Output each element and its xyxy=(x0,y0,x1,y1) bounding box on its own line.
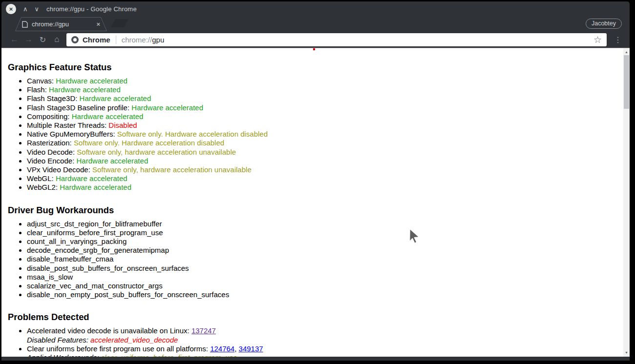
problems-detected-list: Accelerated video decode is unavailable … xyxy=(8,326,615,357)
note-label: Disabled Features: xyxy=(27,336,88,344)
browser-window: × ∧ ∨ chrome://gpu - Google Chrome chrom… xyxy=(1,1,630,361)
feature-label: Flash: xyxy=(27,85,47,94)
url-scheme: chrome:// xyxy=(122,36,152,44)
feature-label: Compositing: xyxy=(27,112,70,121)
window-bottom-frame xyxy=(1,357,630,361)
problem-description: Clear uniforms before first program use … xyxy=(27,344,615,353)
feature-label: Native GpuMemoryBuffers: xyxy=(27,130,115,138)
reload-icon[interactable]: ↻ xyxy=(36,35,50,44)
problem-text: Accelerated video decode is unavailable … xyxy=(27,326,190,335)
feature-label: Video Decode: xyxy=(27,148,75,156)
chrome-logo-icon xyxy=(71,36,79,43)
feature-item: Native GpuMemoryBuffers: Software only. … xyxy=(27,130,615,139)
feature-label: Rasterization: xyxy=(27,139,72,147)
tab-strip: chrome://gpu × Jacobtey xyxy=(1,17,630,31)
back-icon[interactable]: ← xyxy=(7,35,21,44)
workaround-item: scalarize_vec_and_mat_constructor_args xyxy=(27,282,615,290)
feature-item: Compositing: Hardware accelerated xyxy=(27,112,615,121)
feature-label: Flash Stage3D: xyxy=(27,94,77,102)
workaround-item: msaa_is_slow xyxy=(27,273,615,282)
workaround-item: disable_post_sub_buffers_for_onscreen_su… xyxy=(27,264,615,273)
driver-bug-workarounds-list: adjust_src_dst_region_for_blitframebuffe… xyxy=(8,220,615,300)
problem-note: Applied Workarounds: clear_uniforms_befo… xyxy=(27,353,615,357)
vertical-scrollbar[interactable]: ▲ ▼ xyxy=(623,48,630,357)
problem-item: Clear uniforms before first program use … xyxy=(27,344,615,357)
note-value: clear_uniforms_before_first_program_use xyxy=(101,353,237,357)
feature-status-value: Software only. Hardware acceleration dis… xyxy=(74,139,224,147)
feature-item: Canvas: Hardware accelerated xyxy=(27,77,615,85)
feature-label: VPx Video Decode: xyxy=(27,165,90,174)
feature-status-value: Hardware accelerated xyxy=(56,174,127,182)
tab-title: chrome://gpu xyxy=(32,20,95,28)
feature-label: WebGL2: xyxy=(27,183,58,191)
window-titlebar: × ∧ ∨ chrome://gpu - Google Chrome xyxy=(1,1,630,17)
scroll-up-arrow-icon[interactable]: ▲ xyxy=(623,50,630,55)
tab-close-icon[interactable]: × xyxy=(95,20,101,28)
workaround-item: disable_non_empty_post_sub_buffers_for_o… xyxy=(27,290,615,299)
feature-status-value: Hardware accelerated xyxy=(76,157,148,165)
url-text[interactable]: chrome://gpu xyxy=(122,36,165,44)
problem-item: Accelerated video decode is unavailable … xyxy=(27,326,615,344)
feature-status-value: Software only. Hardware acceleration dis… xyxy=(117,130,268,138)
feature-item: WebGL: Hardware accelerated xyxy=(27,174,615,183)
scroll-down-arrow-icon[interactable]: ▼ xyxy=(623,350,630,355)
problem-description: Accelerated video decode is unavailable … xyxy=(27,326,615,335)
browser-menu-icon[interactable]: ⋮ xyxy=(614,35,622,44)
profile-button[interactable]: Jacobtey xyxy=(586,19,622,29)
window-minimize-chevron-down-icon[interactable]: ∨ xyxy=(35,4,40,14)
page-content: Graphics Feature Status Canvas: Hardware… xyxy=(1,48,630,357)
scrollbar-thumb[interactable] xyxy=(624,55,629,109)
tab-chrome-gpu[interactable]: chrome://gpu × xyxy=(15,17,107,31)
site-name-chip: Chrome xyxy=(83,36,110,44)
feature-status-value: Hardware accelerated xyxy=(131,103,203,112)
url-host: gpu xyxy=(152,36,164,44)
note-label: Applied Workarounds: xyxy=(27,353,99,357)
feature-label: WebGL: xyxy=(27,174,54,182)
home-icon[interactable]: ⌂ xyxy=(50,35,64,44)
problem-note: Disabled Features: accelerated_video_dec… xyxy=(27,336,615,344)
feature-label: Video Encode: xyxy=(27,157,74,165)
feature-item: Flash Stage3D Baseline profile: Hardware… xyxy=(27,103,615,112)
feature-status-value: Software only, hardware acceleration una… xyxy=(77,148,236,156)
feature-item: WebGL2: Hardware accelerated xyxy=(27,183,615,192)
workaround-item: disable_framebuffer_cmaa xyxy=(27,255,615,263)
workaround-item: count_all_in_varyings_packing xyxy=(27,237,615,246)
feature-status-value: Hardware accelerated xyxy=(72,112,144,121)
feature-status-value: Hardware accelerated xyxy=(80,94,151,102)
window-shade-chevron-up-icon[interactable]: ∧ xyxy=(23,4,28,14)
window-close-button[interactable]: × xyxy=(6,4,16,14)
browser-toolbar: ← → ↻ ⌂ Chrome chrome://gpu ☆ ⋮ xyxy=(1,31,630,48)
feature-item: Multiple Raster Threads: Disabled xyxy=(27,121,615,130)
page-favicon-icon xyxy=(22,21,28,28)
clipped-text-fragment xyxy=(313,48,315,50)
feature-item: Video Encode: Hardware accelerated xyxy=(27,157,615,165)
feature-item: VPx Video Decode: Software only, hardwar… xyxy=(27,165,615,174)
bookmark-star-icon[interactable]: ☆ xyxy=(593,34,602,45)
omnibox-separator xyxy=(116,36,116,44)
bug-link[interactable]: 349137 xyxy=(239,344,263,353)
omnibox[interactable]: Chrome chrome://gpu ☆ xyxy=(66,33,607,46)
problem-text: Clear uniforms before first program use … xyxy=(27,344,208,353)
feature-label: Canvas: xyxy=(27,77,54,85)
workaround-item: clear_uniforms_before_first_program_use xyxy=(27,228,615,237)
feature-status-value: Hardware accelerated xyxy=(56,77,127,85)
feature-item: Flash: Hardware accelerated xyxy=(27,85,615,94)
feature-item: Video Decode: Software only, hardware ac… xyxy=(27,148,615,157)
feature-item: Rasterization: Software only. Hardware a… xyxy=(27,139,615,147)
workaround-item: decode_encode_srgb_for_generatemipmap xyxy=(27,246,615,255)
section-title-problems-detected: Problems Detected xyxy=(8,312,615,323)
new-tab-button[interactable] xyxy=(111,19,128,27)
feature-status-value: Software only, hardware acceleration una… xyxy=(92,165,252,174)
bug-link[interactable]: 124764 xyxy=(210,344,234,353)
section-title-graphics-feature-status: Graphics Feature Status xyxy=(8,62,615,73)
bug-link[interactable]: 137247 xyxy=(191,326,216,335)
window-title: chrome://gpu - Google Chrome xyxy=(46,5,137,13)
note-value: accelerated_video_decode xyxy=(90,336,178,344)
feature-label: Flash Stage3D Baseline profile: xyxy=(27,103,129,112)
forward-icon[interactable]: → xyxy=(21,35,36,44)
feature-label: Multiple Raster Threads: xyxy=(27,121,106,129)
graphics-feature-list: Canvas: Hardware acceleratedFlash: Hardw… xyxy=(8,77,615,192)
feature-status-value: Disabled xyxy=(108,121,137,129)
feature-item: Flash Stage3D: Hardware accelerated xyxy=(27,94,615,103)
workaround-item: adjust_src_dst_region_for_blitframebuffe… xyxy=(27,220,615,228)
